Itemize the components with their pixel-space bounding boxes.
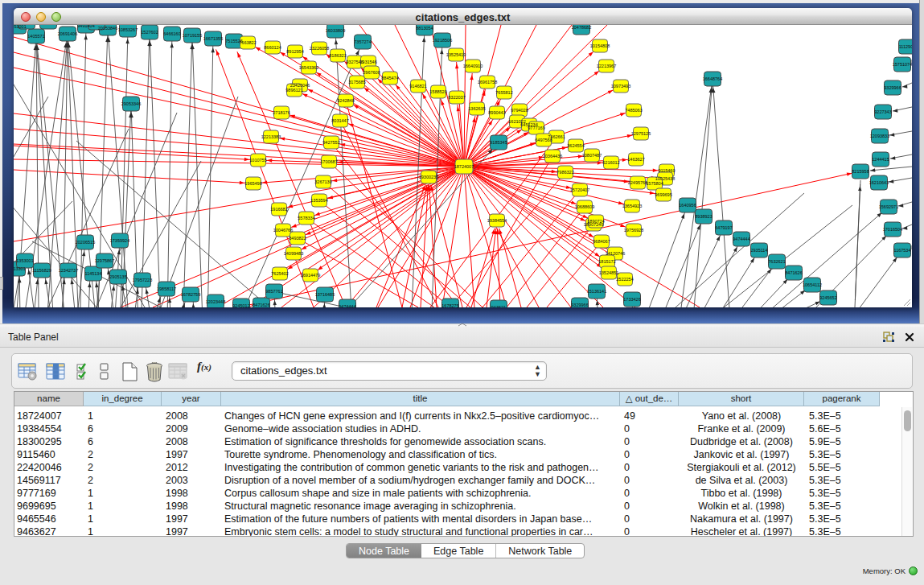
svg-text:1527602: 1527602 [141,30,158,35]
svg-text:1965498: 1965498 [244,181,261,186]
svg-text:5578334: 5578334 [298,216,314,220]
svg-text:1244415: 1244415 [872,157,889,162]
svg-text:10654112: 10654112 [803,282,822,287]
svg-text:10807487: 10807487 [582,153,602,158]
svg-text:16914479: 16914479 [301,273,320,278]
svg-text:10046766: 10046766 [273,228,293,233]
svg-text:3913301: 3913301 [14,266,26,271]
svg-text:8990443: 8990443 [488,110,505,115]
svg-text:9794028: 9794028 [511,108,528,113]
svg-text:17359924: 17359924 [110,238,129,243]
svg-text:2935114: 2935114 [750,248,767,253]
svg-text:8322037: 8322037 [448,95,465,100]
svg-text:9427552: 9427552 [322,140,339,145]
svg-text:1916682: 1916682 [270,207,287,212]
svg-text:1010755: 1010755 [249,158,266,163]
svg-text:8471626: 8471626 [253,303,269,307]
svg-text:8471626: 8471626 [785,270,802,275]
svg-text:6466160: 6466160 [163,31,180,36]
svg-text:16671355: 16671355 [203,36,223,41]
svg-text:9146821: 9146821 [409,84,426,89]
svg-text:6497568: 6497568 [535,138,552,142]
svg-text:16961758: 16961758 [478,80,497,84]
svg-text:9896121: 9896121 [285,88,302,93]
svg-text:7655812: 7655812 [495,90,512,95]
svg-text:3175685: 3175685 [348,80,365,84]
svg-text:1353594: 1353594 [310,198,327,203]
svg-text:12023448: 12023448 [206,299,225,304]
svg-text:15136141: 15136141 [587,289,606,294]
svg-text:10719155: 10719155 [183,33,202,38]
svg-text:2905135: 2905135 [109,274,126,279]
svg-text:8813054: 8813054 [416,26,433,31]
svg-text:1353001: 1353001 [14,25,27,29]
svg-text:22495766: 22495766 [628,180,647,185]
svg-text:9684067: 9684067 [593,239,610,244]
svg-text:10154808: 10154808 [590,43,610,48]
svg-text:1678275: 1678275 [441,303,458,307]
svg-text:1890724: 1890724 [587,219,604,224]
svg-text:3624554: 3624554 [567,143,584,148]
svg-text:19300235: 19300235 [419,175,438,179]
svg-text:1931546: 1931546 [359,60,376,64]
svg-text:9329966: 9329966 [571,303,588,307]
svg-text:8938923: 8938923 [695,214,712,219]
svg-text:13525419: 13525419 [446,52,466,57]
svg-text:9491404: 9491404 [77,25,94,28]
svg-text:10688609: 10688609 [575,204,594,209]
svg-text:1733426: 1733426 [623,297,640,302]
svg-text:16210643: 16210643 [869,180,889,185]
svg-text:10853267: 10853267 [118,27,138,32]
svg-text:2522254: 2522254 [616,277,633,282]
svg-text:18724007: 18724007 [454,164,474,169]
svg-text:1815172: 1815172 [598,259,615,264]
svg-text:7485063: 7485063 [625,108,642,113]
svg-text:15751074: 15751074 [893,62,912,67]
svg-text:7632621: 7632621 [768,259,785,264]
svg-text:19858117: 19858117 [157,286,176,291]
svg-text:2718176: 2718176 [273,110,290,115]
svg-text:1640956: 1640956 [679,203,696,208]
svg-text:13654923: 13654923 [622,204,642,208]
svg-text:8031447: 8031447 [331,118,348,123]
svg-text:9329966: 9329966 [884,85,901,90]
svg-text:9699695: 9699695 [655,192,671,197]
svg-text:15692971: 15692971 [879,204,898,209]
svg-text:12342737: 12342737 [59,268,78,273]
svg-text:12213383: 12213383 [261,134,281,139]
svg-text:9777169: 9777169 [528,126,544,130]
svg-text:1588520: 1588520 [429,89,446,94]
svg-text:9185345: 9185345 [490,140,507,145]
svg-text:16033809: 16033809 [326,28,345,33]
svg-text:12975867: 12975867 [95,258,114,263]
svg-text:8215958: 8215958 [852,169,869,174]
svg-text:1463627: 1463627 [627,157,644,162]
svg-text:19218506: 19218506 [433,38,452,43]
svg-text:29053346: 29053346 [121,101,141,106]
svg-text:3267130: 3267130 [314,179,331,184]
svg-text:13524851: 13524851 [599,270,618,275]
svg-text:8845474: 8845474 [381,76,398,80]
svg-text:1575804: 1575804 [646,181,663,186]
svg-text:1405571: 1405571 [27,34,44,39]
svg-text:17016504: 17016504 [883,227,902,232]
svg-text:1112905: 1112905 [899,44,912,49]
svg-text:1167534: 1167534 [893,248,910,253]
svg-text:9227343: 9227343 [874,109,891,114]
svg-text:20691406: 20691406 [58,31,77,36]
svg-text:19756928: 19756928 [624,228,643,233]
svg-text:16543362: 16543362 [299,65,318,70]
svg-text:12213967: 12213967 [597,64,616,68]
svg-text:14099483: 14099483 [284,251,303,256]
svg-text:9242848: 9242848 [337,98,354,103]
svg-text:20206515: 20206515 [76,240,95,245]
svg-text:1700687: 1700687 [320,159,337,164]
svg-text:9245012: 9245012 [232,303,249,307]
svg-text:8660124: 8660124 [264,45,281,50]
svg-text:8186323: 8186323 [329,53,346,58]
svg-text:16640910: 16640910 [463,64,483,68]
svg-text:943621: 943621 [491,305,506,307]
svg-text:12093833: 12093833 [870,134,889,138]
svg-text:16648764: 16648764 [703,76,722,81]
svg-text:3493822: 3493822 [289,236,306,241]
